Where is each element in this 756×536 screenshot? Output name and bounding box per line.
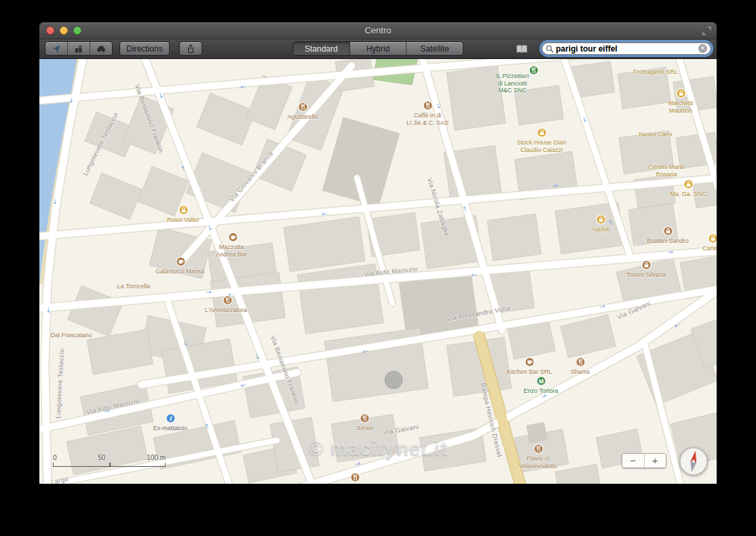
shopbrown-poi-icon[interactable] [663, 226, 673, 236]
poi-label: Fromagerie SRL [633, 69, 678, 76]
poi-label: Cervini MariaRosaria [648, 164, 684, 178]
search-input[interactable] [554, 44, 698, 54]
compass[interactable] [678, 446, 709, 477]
restaurant-poi-icon[interactable] [298, 102, 308, 112]
one-way-arrow-icon: → [45, 307, 52, 313]
shop-poi-icon[interactable] [708, 233, 717, 244]
poi-label: La Torricella [117, 283, 150, 290]
poi-label: Junsei [356, 425, 373, 432]
zoom-in-button[interactable]: + [645, 454, 666, 467]
poi-label: Flavio AlVelavevodetto [519, 455, 558, 470]
restaurant-poi-icon[interactable] [360, 413, 370, 423]
car-icon [96, 44, 107, 54]
three-d-buildings-button[interactable] [68, 42, 90, 55]
one-way-arrow-icon: → [471, 271, 477, 280]
poi-label: MarchettiMaurizio [668, 100, 693, 114]
scale-line [53, 463, 166, 467]
poi-label: Shams [571, 368, 590, 376]
clear-search-icon[interactable]: ✕ [698, 44, 707, 53]
tab-satellite[interactable]: Satellite [407, 42, 463, 55]
poi-label: Ex-mattatoio [153, 425, 188, 432]
poi-label: Cane [702, 245, 717, 252]
info-poi-icon[interactable]: i [166, 413, 176, 423]
cafe-poi-icon[interactable] [525, 357, 535, 367]
traffic-button[interactable] [90, 42, 112, 55]
poi-label: Galantucci Marisa [155, 268, 204, 275]
building [487, 214, 542, 261]
shop-poi-icon[interactable] [676, 88, 686, 98]
one-way-arrow-icon: → [322, 210, 328, 218]
share-button[interactable] [179, 41, 202, 56]
shop-poi-icon[interactable] [537, 128, 547, 138]
fullscreen-icon[interactable] [702, 26, 711, 35]
map-tools-group [45, 41, 113, 56]
zoom-control: − + [622, 453, 666, 468]
tab-hybrid[interactable]: Hybrid [350, 42, 407, 55]
poi-label: Boattini Sandro [647, 237, 689, 245]
scale-bar: 0 50 100 m [53, 454, 166, 467]
restaurant-poi-icon[interactable] [223, 295, 233, 305]
poi-label: Rossi Valter [167, 216, 200, 224]
zoom-out-button[interactable]: − [622, 454, 645, 467]
svg-text:M: M [538, 377, 543, 384]
poi-label: Caffè in diLI Jie & C. SAS [407, 112, 449, 126]
poi-label: L'Ammazzatora [205, 307, 247, 314]
search-icon [546, 45, 554, 53]
poi-label: Kitchen Bar SRL [507, 368, 552, 376]
directions-button[interactable]: Directions [119, 41, 170, 56]
poi-label: Agustarello [287, 113, 318, 121]
poi-label: Dal Frascatano [50, 332, 92, 339]
bookmarks-book-icon [515, 44, 529, 54]
window-titlebar[interactable]: Centro [39, 22, 717, 39]
building [527, 422, 547, 442]
restaurant-poi-icon[interactable] [423, 100, 433, 111]
one-way-arrow-icon: → [240, 83, 246, 92]
one-way-arrow-icon: → [667, 248, 673, 256]
map-type-segmented-control: Standard Hybrid Satellite [292, 41, 464, 56]
restaurant-poi-icon[interactable] [533, 444, 544, 454]
buildings-icon [74, 44, 83, 54]
poi-label: Tosoni Silvana [626, 271, 666, 279]
bookmarks-button[interactable] [512, 42, 531, 56]
current-location-button[interactable] [45, 42, 68, 55]
scale-label-mid: 50 [98, 454, 105, 461]
one-way-arrow-icon: → [206, 288, 212, 296]
shop-poi-icon[interactable] [596, 214, 606, 225]
pond [385, 371, 402, 389]
maps-window: Centro Directions Standard Hybrid Satell… [39, 22, 717, 484]
one-way-arrow-icon: → [552, 182, 558, 190]
one-way-arrow-icon: → [362, 347, 369, 356]
scale-label-zero: 0 [53, 454, 57, 461]
poi-label: Enzo Tortora [524, 387, 559, 395]
restaurant-poi-icon[interactable] [350, 472, 360, 482]
one-way-arrow-icon: → [52, 199, 60, 205]
scale-label-end: 100 m [147, 454, 166, 461]
share-icon [186, 43, 195, 54]
location-arrow-icon [52, 44, 61, 54]
restgreen-poi-icon[interactable] [529, 65, 539, 75]
svg-text:i: i [170, 415, 172, 422]
poi-label: Nasini Carni [639, 131, 672, 138]
map-canvas[interactable]: →→→→→→→→→→→→→→→→→→→→→→→→→→→ Lungotevere … [39, 59, 717, 484]
poi-label: Aquisti [591, 226, 609, 233]
restaurant-poi-icon[interactable] [575, 357, 586, 367]
poi-label: IL Pizzettieridi LanciottiM&C SNC [496, 73, 529, 94]
tab-standard[interactable]: Standard [293, 42, 350, 55]
cafe-poi-icon[interactable] [176, 256, 186, 267]
shop-poi-icon[interactable] [178, 205, 189, 215]
cafe-poi-icon[interactable] [228, 232, 238, 242]
toolbar: Directions Standard Hybrid Satellite ✕ [39, 39, 717, 59]
poi-label: Stock House GianClaudio Caiazzi [517, 139, 567, 153]
metro-poi-icon[interactable]: M [536, 376, 546, 386]
shopbrown-poi-icon[interactable] [641, 260, 651, 270]
search-field: ✕ [542, 42, 711, 55]
window-title: Centro [39, 22, 717, 39]
poi-label: MazzottaAndrea Bar [216, 244, 247, 258]
poi-label: Ma. Ga. SNC [670, 191, 706, 198]
shop-poi-icon[interactable] [683, 179, 694, 189]
